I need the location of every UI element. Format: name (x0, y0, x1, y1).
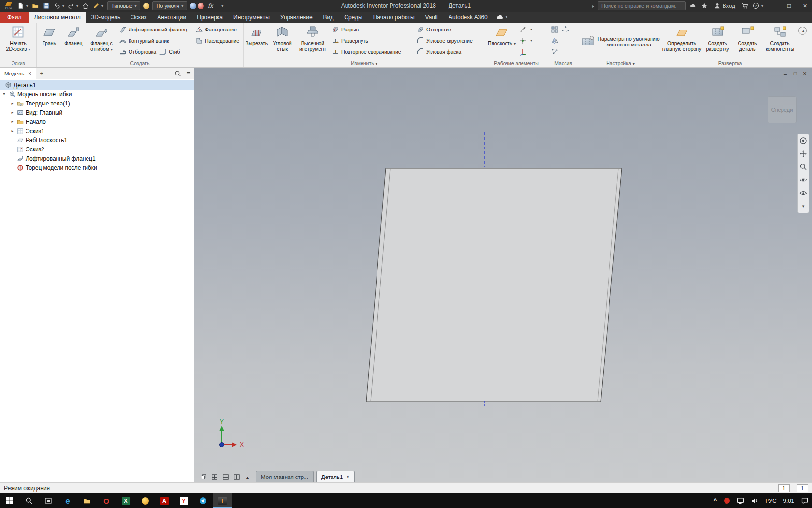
start-button[interactable] (0, 493, 19, 508)
panel-label-modify[interactable]: Изменить (244, 60, 485, 67)
minimize-button[interactable] (766, 0, 780, 12)
appearance-sphere-icon[interactable] (143, 3, 149, 9)
language-indicator[interactable]: РУС (762, 493, 780, 508)
tile-windows-icon[interactable] (209, 472, 220, 482)
corner-chamfer-button[interactable]: Угловая фаска (415, 46, 487, 57)
tree-item-folded-model[interactable]: Модель после гибки (0, 90, 194, 99)
doc-tab-part[interactable]: Деталь1 (316, 471, 355, 482)
save-button[interactable] (42, 1, 51, 11)
look-at-button[interactable] (799, 189, 807, 197)
expander-icon[interactable] (10, 129, 15, 133)
taskbar-inventor-icon[interactable]: I (213, 493, 232, 508)
orbit-button[interactable] (799, 176, 807, 184)
new-file-button[interactable] (16, 1, 29, 11)
panel-label-setup[interactable]: Настройка (579, 60, 662, 67)
contour-roll-button[interactable]: Контурный валик (117, 35, 193, 46)
circular-pattern-button[interactable] (560, 24, 571, 35)
tab-manage[interactable]: Управление (275, 12, 318, 23)
make-components-button[interactable]: Создатькомпоненты (762, 24, 798, 59)
work-axis-button[interactable] (518, 24, 534, 35)
viewport-canvas[interactable]: Y X (194, 68, 812, 482)
browser-tab-close-icon[interactable] (24, 70, 31, 77)
a360-sync-icon[interactable] (688, 1, 697, 11)
tree-item-view-main[interactable]: Вид: Главный (0, 108, 194, 117)
taskbar-telegram-icon[interactable] (193, 493, 213, 508)
taskbar-opera-icon[interactable]: O (97, 493, 116, 508)
sketch-driven-pattern-button[interactable] (550, 46, 571, 57)
taskbar-edge-icon[interactable]: e (58, 493, 77, 508)
tab-3d-model[interactable]: 3D-модель (86, 12, 126, 23)
cascade-windows-icon[interactable] (198, 472, 209, 482)
taskbar-yandex-icon[interactable]: Y (174, 493, 193, 508)
home-button[interactable] (81, 1, 90, 11)
doc-minimize-button[interactable] (781, 69, 790, 77)
derive-button[interactable]: Наследование (194, 35, 244, 46)
tree-item-lofted-flange1[interactable]: Лофтированный фланец1 (0, 154, 194, 163)
browser-tab-model[interactable]: Модель (0, 68, 36, 79)
browser-add-tab-button[interactable] (36, 68, 47, 79)
work-point-button[interactable] (518, 35, 534, 46)
corner-seam-button[interactable]: Угловойстык (269, 24, 295, 59)
parameters-fx-button[interactable] (205, 1, 215, 11)
tab-vault[interactable]: Vault (420, 12, 443, 23)
tab-inspect[interactable]: Проверка (191, 12, 228, 23)
tile-vertical-icon[interactable] (231, 472, 242, 482)
hole-button[interactable]: Отверстие (415, 24, 487, 35)
tab-view[interactable]: Вид (318, 12, 339, 23)
pan-button[interactable] (799, 150, 807, 158)
sign-in-button[interactable]: Вход (711, 2, 738, 9)
tree-item-solid-bodies[interactable]: Твердые тела(1) (0, 99, 194, 108)
undo-button[interactable] (53, 1, 65, 11)
tree-item-origin[interactable]: Начало (0, 117, 194, 126)
material-dropdown[interactable]: По умолч (152, 1, 187, 10)
help-button[interactable] (752, 1, 764, 11)
viewport[interactable]: Y X Спереди Моя главная стр... Деталь (194, 68, 812, 482)
tree-item-sketch2[interactable]: Эскиз2 (0, 145, 194, 154)
work-plane-button[interactable]: Плоскость (487, 24, 517, 59)
bend-button[interactable]: Сгиб (158, 46, 181, 57)
expand-tabs-button[interactable] (242, 472, 253, 482)
rectangular-pattern-button[interactable] (550, 24, 560, 35)
face-button[interactable]: Грань (38, 24, 60, 59)
tab-sketch[interactable]: Эскиз (126, 12, 152, 23)
close-button[interactable] (798, 0, 812, 12)
tab-get-started[interactable]: Начало работы (368, 12, 420, 23)
sheet-metal-defaults-button[interactable]: Параметры по умолчаниюлистового металла (579, 33, 661, 50)
maximize-button[interactable] (782, 0, 796, 12)
tray-alert-icon[interactable] (721, 493, 733, 508)
tray-display-icon[interactable] (733, 493, 748, 508)
tree-item-sketch1[interactable]: Эскиз1 (0, 126, 194, 135)
taskbar-disk-icon[interactable] (135, 493, 155, 508)
redo-button[interactable] (67, 1, 79, 11)
hem-button[interactable]: Отбортовка (117, 46, 158, 57)
clash-sphere-icon[interactable] (198, 3, 204, 9)
clock[interactable]: 9:01 (780, 493, 798, 508)
sketch-quick-button[interactable] (92, 1, 104, 11)
zoom-button[interactable] (799, 163, 807, 171)
doc-tab-home[interactable]: Моя главная стр... (256, 471, 314, 482)
tray-volume-icon[interactable] (748, 493, 762, 508)
preset-dropdown[interactable]: Типовые (107, 1, 140, 10)
refold-button[interactable]: Повторное сворачивание (330, 46, 414, 57)
doc-tab-close-icon[interactable] (343, 474, 349, 480)
tab-sheet-metal[interactable]: Листовой металл (29, 12, 86, 23)
unfold-button[interactable]: Развернуть (330, 35, 414, 46)
navbar-more-button[interactable] (799, 202, 807, 210)
expander-icon[interactable] (10, 120, 15, 124)
favorites-button[interactable] (699, 1, 709, 11)
search-collapse-icon[interactable] (591, 2, 596, 9)
tab-a360[interactable]: Autodesk A360 (443, 12, 493, 23)
open-button[interactable] (30, 1, 40, 11)
tree-item-part[interactable]: Деталь1 (0, 80, 194, 90)
tree-item-workplane1[interactable]: РабПлоскость1 (0, 135, 194, 145)
tree-item-end-of-folded[interactable]: Торец модели после гибки (0, 163, 194, 172)
expander-icon[interactable] (1, 92, 7, 96)
doc-restore-button[interactable] (790, 69, 800, 77)
doc-close-button[interactable] (800, 69, 810, 77)
help-search-input[interactable] (598, 1, 686, 10)
browser-search-icon[interactable] (173, 68, 183, 79)
punch-tool-button[interactable]: Высечнойинструмент (296, 24, 329, 59)
taskbar-excel-icon[interactable]: X (116, 493, 135, 508)
viewcube[interactable]: Спереди (768, 96, 797, 123)
ucs-button[interactable] (518, 46, 534, 57)
